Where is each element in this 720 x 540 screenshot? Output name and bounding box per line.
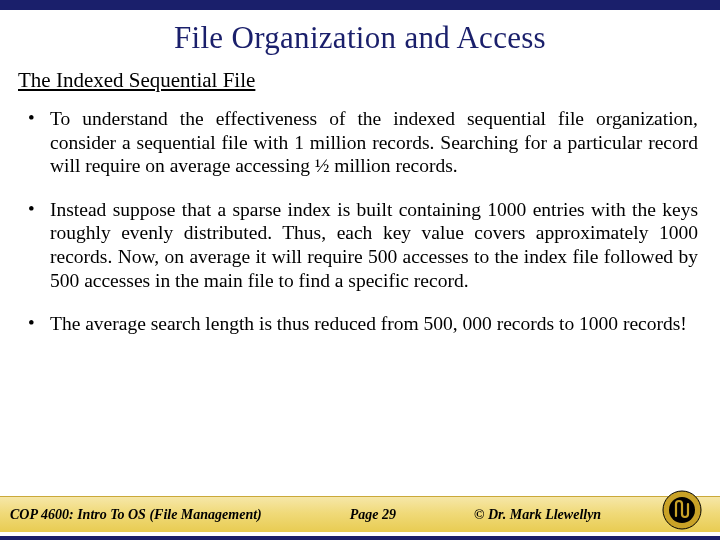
slide-title: File Organization and Access <box>0 20 720 56</box>
slide-subtitle: The Indexed Sequential File <box>18 68 720 93</box>
bullet-item: Instead suppose that a sparse index is b… <box>22 198 698 292</box>
footer-bar: COP 4600: Intro To OS (File Management) … <box>0 496 720 532</box>
slide-body: To understand the effectiveness of the i… <box>0 107 720 336</box>
slide: File Organization and Access The Indexed… <box>0 0 720 540</box>
author-credit: © Dr. Mark Llewellyn <box>474 507 601 523</box>
course-label: COP 4600: Intro To OS (File Management) <box>0 507 262 523</box>
page-number: Page 29 <box>350 507 396 523</box>
bullet-list: To understand the effectiveness of the i… <box>22 107 698 336</box>
bullet-item: To understand the effectiveness of the i… <box>22 107 698 178</box>
bullet-item: The average search length is thus reduce… <box>22 312 698 336</box>
ucf-logo-icon <box>662 490 702 530</box>
